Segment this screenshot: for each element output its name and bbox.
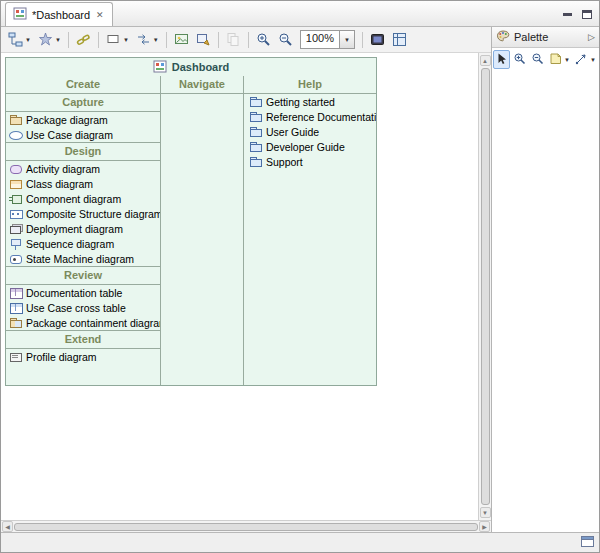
note-tool[interactable]: ▼ [547,50,572,69]
create-item-documentation-table[interactable]: Documentation table [6,285,160,300]
grid-view-button[interactable] [389,29,410,51]
arrange-arrows-icon [136,32,151,47]
copy-icon [226,32,241,47]
palette-title: Palette [514,31,548,43]
toolbar-separator [362,32,363,48]
item-label: User Guide [266,126,319,138]
note-icon [549,52,562,67]
component-diagram-icon [9,193,23,205]
link-button[interactable] [73,29,94,51]
item-label: Reference Documentation [266,111,376,123]
scroll-right-icon[interactable]: ▶ [479,521,490,532]
palette-collapse-icon[interactable]: ▷ [588,32,595,42]
status-trim-bar [1,532,599,552]
item-label: Use Case diagram [26,129,113,141]
main-area: ▼ ▼ ▼ ▼ [1,27,599,532]
help-folder-icon [249,111,263,123]
horizontal-scrollbar[interactable]: ◀ ▶ [1,520,491,532]
zoom-out-button[interactable] [275,29,296,51]
dashboard-column-help: Help Getting started Reference Documenta… [243,76,376,385]
help-item-getting-started[interactable]: Getting started [244,94,376,109]
create-item-component-diagram[interactable]: Component diagram [6,191,160,206]
dropdown-caret-icon[interactable]: ▼ [564,57,570,63]
dropdown-caret-icon[interactable]: ▼ [25,37,31,43]
console-button[interactable] [367,29,388,51]
scroll-up-icon[interactable]: ▲ [480,55,491,66]
item-label: Class diagram [26,178,93,190]
help-item-user-guide[interactable]: User Guide [244,124,376,139]
shape-button[interactable]: ▼ [103,29,132,51]
select-tool[interactable] [493,50,510,69]
create-item-package-diagram[interactable]: Package diagram [6,112,160,127]
link-tool[interactable]: ▼ [573,50,598,69]
item-label: Documentation table [26,287,122,299]
dropdown-caret-icon[interactable]: ▼ [153,37,159,43]
create-item-sequence-diagram[interactable]: Sequence diagram [6,236,160,251]
help-item-support[interactable]: Support [244,154,376,169]
create-item-class-diagram[interactable]: Class diagram [6,176,160,191]
palette-canvas[interactable] [492,71,599,532]
maximize-button[interactable] [577,4,597,24]
item-label: Sequence diagram [26,238,114,250]
dashboard-widget: Dashboard Create Capture Package diagram… [5,57,377,386]
section-header-extend: Extend [6,330,160,349]
item-label: Getting started [266,96,335,108]
dropdown-caret-icon[interactable]: ▼ [123,37,129,43]
help-item-developer-guide[interactable]: Developer Guide [244,139,376,154]
create-item-profile-diagram[interactable]: Profile diagram [6,349,160,364]
palette-zoom-in-tool[interactable] [511,50,528,69]
tab-dashboard[interactable]: *Dashboard ✕ [5,2,113,26]
zoom-in-button[interactable] [253,29,274,51]
new-diagram-button[interactable]: ▼ [5,29,34,51]
navigate-column-header: Navigate [161,76,243,94]
create-item-deployment-diagram[interactable]: Deployment diagram [6,221,160,236]
minimized-view-icon [581,536,594,549]
item-label: Developer Guide [266,141,345,153]
create-item-state-machine-diagram[interactable]: State Machine diagram [6,251,160,266]
copy-button[interactable] [223,29,244,51]
wizard-button[interactable]: ▼ [35,29,64,51]
create-column-header: Create [6,76,160,94]
maximize-icon [582,10,592,19]
canvas-row: Dashboard Create Capture Package diagram… [1,53,491,520]
close-icon[interactable]: ✕ [95,10,105,20]
create-item-package-containment-diagram[interactable]: Package containment diagram [6,315,160,330]
zoom-level-combo[interactable]: 100% ▼ [300,30,355,49]
minimize-button[interactable] [557,4,577,24]
dropdown-caret-icon[interactable]: ▼ [55,37,61,43]
scroll-left-icon[interactable]: ◀ [2,521,13,532]
dropdown-caret-icon[interactable]: ▼ [590,57,596,63]
diagram-canvas[interactable]: Dashboard Create Capture Package diagram… [1,53,478,520]
create-item-composite-structure-diagram[interactable]: Composite Structure diagram [6,206,160,221]
snapshot-button[interactable] [193,29,214,51]
help-folder-icon [249,126,263,138]
palette-header[interactable]: Palette ▷ [492,27,599,48]
activity-diagram-icon [9,163,23,175]
create-item-activity-diagram[interactable]: Activity diagram [6,161,160,176]
diagram-toolbar: ▼ ▼ ▼ ▼ [1,27,491,53]
item-label: Support [266,156,303,168]
use-case-diagram-icon [9,129,23,141]
palette-zoom-out-tool[interactable] [529,50,546,69]
item-label: State Machine diagram [26,253,134,265]
composite-structure-diagram-icon [9,208,23,220]
palette-panel: Palette ▷ ▼ ▼ [491,27,599,532]
package-diagram-icon [9,114,23,126]
vertical-scrollbar-thumb[interactable] [481,68,490,505]
package-containment-diagram-icon [9,317,23,329]
minimized-view-button[interactable] [581,536,594,549]
zoom-level-value[interactable]: 100% [301,31,339,48]
horizontal-scrollbar-thumb[interactable] [14,523,478,531]
zoom-out-icon [531,52,544,67]
export-image-button[interactable] [171,29,192,51]
zoom-dropdown-icon[interactable]: ▼ [339,31,354,48]
arrange-button[interactable]: ▼ [133,29,162,51]
zoom-out-icon [278,32,293,47]
vertical-scrollbar[interactable]: ▲ ▼ [478,53,491,520]
palette-toolbar: ▼ ▼ [492,48,599,71]
create-item-use-case-cross-table[interactable]: Use Case cross table [6,300,160,315]
scroll-down-icon[interactable]: ▼ [480,507,491,518]
help-item-reference-documentation[interactable]: Reference Documentation [244,109,376,124]
state-machine-diagram-icon [9,253,23,265]
create-item-use-case-diagram[interactable]: Use Case diagram [6,127,160,142]
